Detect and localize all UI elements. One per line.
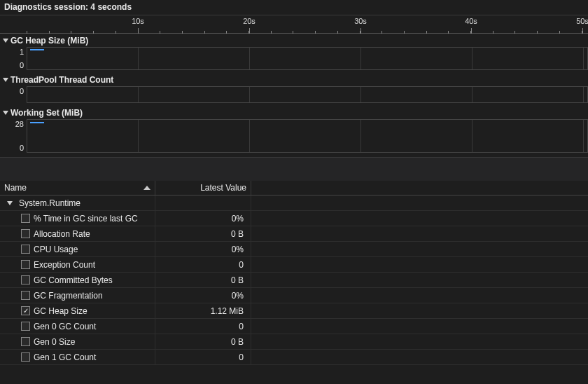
- chart-title-tp[interactable]: ThreadPool Thread Count: [0, 73, 588, 86]
- counter-name-cell: Allocation Rate: [0, 226, 155, 241]
- chevron-down-icon: [7, 201, 13, 205]
- ytick: 0: [20, 61, 24, 69]
- ruler-tick-minor: [382, 31, 382, 34]
- counter-row[interactable]: Gen 0 GC Count0: [0, 319, 588, 334]
- ruler-label: 30s: [354, 17, 367, 25]
- group-value: [155, 196, 251, 210]
- counter-name-cell: GC Committed Bytes: [0, 273, 155, 287]
- counter-label: % Time in GC since last GC: [34, 214, 138, 224]
- session-header: Diagnostics session: 4 seconds: [0, 0, 588, 15]
- counter-checkbox[interactable]: [21, 260, 30, 269]
- data-mark: [30, 122, 44, 123]
- counter-checkbox[interactable]: [21, 275, 30, 284]
- ruler-tick-minor: [27, 31, 27, 34]
- ruler-tick-minor: [537, 31, 538, 34]
- counter-name-cell: GC Fragmentation: [0, 288, 155, 303]
- counter-row[interactable]: Exception Count0: [0, 257, 588, 273]
- chart-yaxis-gc: 1 0: [0, 47, 27, 70]
- session-label: Diagnostics session: 4 seconds: [4, 2, 132, 12]
- ruler-tick-minor: [470, 31, 471, 34]
- sort-ascending-icon: [144, 186, 150, 190]
- counter-name-cell: % Time in GC since last GC: [0, 211, 155, 226]
- column-header-latest-value[interactable]: Latest Value: [155, 181, 251, 195]
- ruler-tick-minor: [93, 31, 94, 34]
- ruler-tick-minor: [182, 31, 183, 34]
- counter-value: 0 B: [155, 226, 251, 241]
- counter-name-cell: Gen 1 GC Count: [0, 350, 155, 364]
- counter-value: 1.12 MiB: [155, 303, 251, 318]
- chart-yaxis-tp: 0: [0, 86, 27, 103]
- ruler-tick-minor: [514, 31, 515, 34]
- timeline-ruler[interactable]: 10s20s30s40s50s: [0, 15, 588, 34]
- chart-title-ws[interactable]: Working Set (MiB): [0, 106, 588, 119]
- ruler-baseline: [0, 33, 588, 34]
- ruler-label: 20s: [243, 17, 255, 25]
- counter-name-cell: Gen 0 GC Count: [0, 319, 155, 334]
- ruler-tick-minor: [426, 31, 427, 34]
- counter-name-cell: Exception Count: [0, 257, 155, 272]
- ytick: 28: [15, 120, 24, 128]
- counter-checkbox[interactable]: [21, 306, 30, 315]
- ruler-tick-minor: [204, 31, 205, 34]
- ruler-tick-minor: [337, 31, 338, 34]
- counter-name-cell: GC Heap Size: [0, 303, 155, 318]
- counters-table: Name Latest Value System.Runtime % Time …: [0, 181, 588, 365]
- counter-value: 0: [155, 257, 251, 272]
- ruler-tick-minor: [248, 31, 249, 34]
- counter-group-system-runtime[interactable]: System.Runtime: [0, 196, 588, 211]
- counter-checkbox[interactable]: [21, 245, 30, 254]
- counter-label: Gen 1 GC Count: [34, 352, 96, 362]
- counter-value: 0%: [155, 242, 251, 256]
- counter-label: GC Fragmentation: [34, 291, 103, 301]
- counter-label: GC Heap Size: [34, 306, 88, 316]
- chart-plot-tp[interactable]: [27, 86, 588, 103]
- chart-gc-heap-size: GC Heap Size (MiB) 1 0: [0, 34, 588, 70]
- ruler-tick-minor: [404, 31, 405, 34]
- counter-row[interactable]: % Time in GC since last GC0%: [0, 211, 588, 226]
- counter-row[interactable]: CPU Usage0%: [0, 242, 588, 257]
- ytick: 0: [20, 87, 24, 95]
- counter-checkbox[interactable]: [21, 352, 30, 362]
- counter-label: GC Committed Bytes: [34, 275, 113, 285]
- chart-plot-ws[interactable]: [27, 119, 588, 153]
- ruler-tick-minor: [315, 31, 316, 34]
- counter-label: Gen 0 Size: [34, 337, 75, 347]
- column-header-name[interactable]: Name: [0, 181, 155, 195]
- counter-row[interactable]: GC Heap Size1.12 MiB: [0, 303, 588, 319]
- counter-checkbox[interactable]: [21, 229, 30, 238]
- chevron-down-icon: [3, 111, 8, 115]
- ruler-tick-minor: [271, 31, 272, 34]
- counter-row[interactable]: Allocation Rate0 B: [0, 226, 588, 242]
- panel-separator[interactable]: [0, 157, 588, 181]
- counter-checkbox[interactable]: [21, 214, 30, 223]
- counter-value: 0 B: [155, 334, 251, 349]
- ruler-tick-major: [582, 28, 583, 34]
- counter-label: Gen 0 GC Count: [34, 322, 96, 331]
- chevron-down-icon: [3, 78, 8, 82]
- counter-row[interactable]: GC Fragmentation0%: [0, 288, 588, 303]
- counter-checkbox[interactable]: [21, 322, 30, 331]
- ruler-tick-minor: [115, 31, 116, 34]
- counter-value: 0: [155, 319, 251, 334]
- counter-label: Allocation Rate: [34, 229, 90, 239]
- ruler-tick-major: [249, 28, 250, 34]
- table-header: Name Latest Value: [0, 181, 588, 196]
- counter-row[interactable]: Gen 1 GC Count0: [0, 350, 588, 365]
- chart-title-text: GC Heap Size (MiB): [10, 36, 88, 46]
- chart-threadpool: ThreadPool Thread Count 0: [0, 73, 588, 103]
- chevron-down-icon: [3, 39, 8, 43]
- counters-body[interactable]: System.Runtime % Time in GC since last G…: [0, 196, 588, 365]
- counter-checkbox[interactable]: [21, 337, 30, 346]
- column-header-spacer: [251, 181, 588, 195]
- chart-working-set: Working Set (MiB) 28 0: [0, 106, 588, 153]
- chart-title-gc[interactable]: GC Heap Size (MiB): [0, 34, 588, 47]
- chart-plot-gc[interactable]: [27, 47, 588, 70]
- counter-row[interactable]: Gen 0 Size0 B: [0, 334, 588, 350]
- data-mark: [30, 49, 44, 50]
- counter-checkbox[interactable]: [21, 291, 30, 300]
- ruler-tick-major: [360, 28, 361, 34]
- counter-row[interactable]: GC Committed Bytes0 B: [0, 273, 588, 288]
- group-label: System.Runtime: [19, 198, 80, 208]
- counter-label: Exception Count: [34, 260, 95, 270]
- chart-title-text: Working Set (MiB): [10, 108, 83, 118]
